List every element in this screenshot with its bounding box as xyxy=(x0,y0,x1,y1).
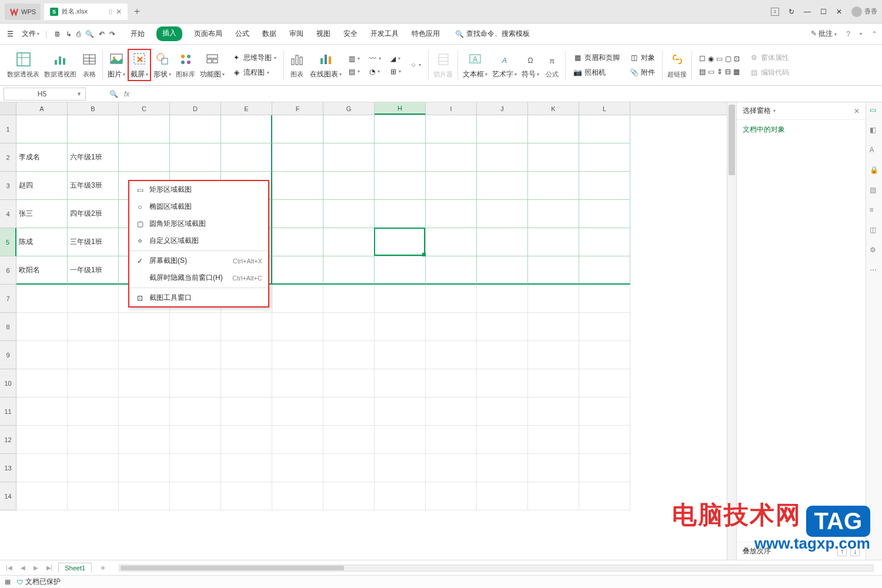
rail-select-icon[interactable]: ▭ xyxy=(870,106,879,115)
cell[interactable] xyxy=(426,426,477,454)
cell[interactable] xyxy=(528,143,579,172)
cell[interactable] xyxy=(426,313,477,341)
cell[interactable] xyxy=(272,369,323,397)
undo-icon[interactable]: ↶ xyxy=(99,30,105,38)
cell[interactable] xyxy=(375,228,426,256)
rail-gear-icon[interactable]: ⚙ xyxy=(870,246,879,255)
tab-view[interactable]: 视图 xyxy=(315,26,332,41)
cell[interactable]: 四年级2班 xyxy=(68,200,119,228)
cell[interactable] xyxy=(272,143,323,172)
row-header[interactable]: 4 xyxy=(0,200,16,228)
form-row1[interactable]: ☐◉▭▢⊡ xyxy=(697,54,742,64)
rail-style-icon[interactable]: ◧ xyxy=(870,126,879,135)
minimize-icon[interactable]: — xyxy=(804,8,811,16)
cell[interactable] xyxy=(579,369,630,397)
stat-grid-icon[interactable]: ▦ xyxy=(5,578,11,586)
cell[interactable] xyxy=(272,313,323,341)
cell[interactable] xyxy=(170,397,221,426)
smartart-button[interactable]: 功能图▾ xyxy=(198,49,227,81)
print-icon[interactable]: ⎙ xyxy=(76,30,81,38)
cell[interactable] xyxy=(375,115,426,143)
cell[interactable] xyxy=(375,369,426,397)
cell[interactable] xyxy=(68,397,119,426)
pivot-table-button[interactable]: 数据透视表 xyxy=(5,50,42,80)
select-all-corner[interactable] xyxy=(0,102,16,115)
cell[interactable] xyxy=(579,200,630,228)
cell[interactable]: 六年级1班 xyxy=(68,143,119,172)
cell[interactable] xyxy=(579,228,630,256)
textbox-button[interactable]: A 文本框▾ xyxy=(460,49,490,81)
cell[interactable] xyxy=(221,313,272,341)
sheet-next-icon[interactable]: ▶ xyxy=(31,564,41,571)
attach-button[interactable]: 📎附件 xyxy=(627,66,657,79)
tile-icon[interactable]: 1 xyxy=(771,8,779,16)
document-tab[interactable]: S 姓名.xlsx ▯ ✕ xyxy=(44,4,128,20)
cell[interactable] xyxy=(323,172,375,200)
row-header[interactable]: 8 xyxy=(0,313,16,341)
cell[interactable] xyxy=(272,200,323,228)
cell[interactable] xyxy=(528,454,579,482)
cell[interactable] xyxy=(323,256,375,285)
cell[interactable] xyxy=(272,397,323,426)
cell[interactable] xyxy=(375,256,426,285)
cell[interactable] xyxy=(221,397,272,426)
cell[interactable] xyxy=(477,256,528,285)
cell[interactable] xyxy=(528,482,579,510)
online-chart-button[interactable]: 在线图表▾ xyxy=(308,49,344,81)
row-header[interactable]: 7 xyxy=(0,285,16,313)
object-button[interactable]: ◫对象 xyxy=(627,52,657,64)
cell[interactable] xyxy=(579,115,630,143)
cell[interactable] xyxy=(221,143,272,172)
cell[interactable] xyxy=(477,228,528,256)
cell[interactable] xyxy=(272,256,323,285)
cell[interactable] xyxy=(68,454,119,482)
cell[interactable] xyxy=(119,454,170,482)
dd-custom[interactable]: ✧自定义区域截图 xyxy=(129,232,268,249)
row-header[interactable]: 11 xyxy=(0,397,16,426)
tab-security[interactable]: 安全 xyxy=(342,26,359,41)
sheet-first-icon[interactable]: |◀ xyxy=(4,564,15,571)
cell[interactable] xyxy=(426,256,477,285)
cell[interactable] xyxy=(272,285,323,313)
wordart-button[interactable]: A 艺术字▾ xyxy=(490,49,519,81)
help-icon[interactable]: ? xyxy=(846,30,850,38)
pane-dd[interactable]: ▾ xyxy=(773,108,776,113)
hscroll-thumb[interactable] xyxy=(121,566,344,570)
cell[interactable] xyxy=(477,313,528,341)
cell[interactable] xyxy=(579,454,630,482)
picture-button[interactable]: 图片▾ xyxy=(105,49,128,81)
cell[interactable] xyxy=(375,482,426,510)
formula-button[interactable]: π 公式 xyxy=(542,50,563,80)
sheet-tab-1[interactable]: Sheet1 xyxy=(58,563,92,573)
cell[interactable] xyxy=(477,341,528,369)
add-sheet-button[interactable]: ＋ xyxy=(95,563,111,573)
cell[interactable] xyxy=(170,426,221,454)
cell[interactable] xyxy=(68,341,119,369)
cell[interactable] xyxy=(426,172,477,200)
col-B[interactable]: B xyxy=(68,102,119,115)
vertical-scrollbar[interactable] xyxy=(727,102,736,560)
hamburger-icon[interactable]: ☰ xyxy=(5,28,16,41)
cell[interactable] xyxy=(68,369,119,397)
cell[interactable] xyxy=(426,454,477,482)
cell[interactable] xyxy=(579,143,630,172)
header-footer-button[interactable]: ▦页眉和页脚 xyxy=(570,52,622,64)
cell[interactable] xyxy=(323,143,375,172)
col-H[interactable]: H xyxy=(375,102,426,115)
cell[interactable] xyxy=(323,285,375,313)
cell[interactable]: 三年级1班 xyxy=(68,228,119,256)
cell[interactable] xyxy=(579,172,630,200)
col-A[interactable]: A xyxy=(16,102,68,115)
cell[interactable]: 张三 xyxy=(16,200,68,228)
cell[interactable] xyxy=(528,285,579,313)
col-F[interactable]: F xyxy=(272,102,323,115)
spark-pie-button[interactable]: ◔▾ xyxy=(367,66,383,77)
spark-winloss-button[interactable]: ⊞▾ xyxy=(388,66,403,77)
form-row2[interactable]: ▤▭⇕⊟▦ xyxy=(697,66,742,77)
cell[interactable] xyxy=(426,115,477,143)
cell[interactable] xyxy=(272,115,323,143)
cell[interactable] xyxy=(477,454,528,482)
cell[interactable] xyxy=(375,200,426,228)
cell[interactable] xyxy=(16,341,68,369)
cell[interactable] xyxy=(272,454,323,482)
